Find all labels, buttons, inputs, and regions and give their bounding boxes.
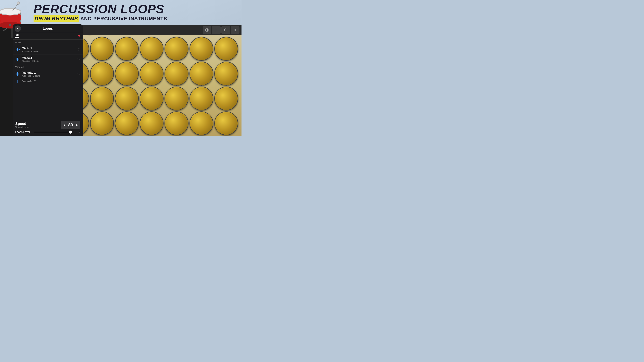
- loop-name-vanerao2: Vanerão 2: [22, 80, 80, 83]
- drum-pad[interactable]: [115, 111, 139, 135]
- tab-all[interactable]: All: [15, 34, 18, 38]
- loop-name-vanerao1: Vanerão 1: [22, 71, 75, 74]
- loops-modal: Loops All ♥ Waltz Waltz 1 Class: [12, 24, 83, 136]
- waveform-icon-waltz2: [15, 57, 20, 62]
- waveform-icon-vanerao2: [15, 79, 20, 84]
- loop-info-waltz2: Waltz 2 Classics - 3 beats: [22, 56, 75, 62]
- bpm-value: 80: [67, 122, 74, 128]
- drum-pad[interactable]: [90, 62, 114, 85]
- drum-pad[interactable]: [190, 111, 213, 135]
- drum-pad[interactable]: [140, 111, 164, 135]
- loop-list: Waltz Waltz 1 Classics - 3 beats ♡: [12, 39, 83, 119]
- header-area: PERCUSSION LOOPS DRUM RHYTHMS AND PERCUS…: [0, 0, 242, 23]
- svg-point-13: [17, 2, 20, 4]
- loop-name-waltz2: Waltz 2: [22, 56, 75, 59]
- svg-rect-8: [0, 20, 0, 22]
- drum-pad[interactable]: [214, 111, 238, 135]
- drum-pad[interactable]: [90, 87, 114, 110]
- bpm-decrease-button[interactable]: ◀: [63, 123, 65, 126]
- svg-rect-11: [9, 24, 12, 26]
- svg-rect-9: [20, 20, 21, 22]
- loop-heart-waltz1[interactable]: ♡: [77, 48, 80, 52]
- subtitle-rest: AND PERCUSSIVE INSTRUMENTS: [79, 16, 167, 21]
- main-title: PERCUSSION LOOPS: [34, 3, 232, 15]
- favorites-icon[interactable]: ♥: [78, 34, 80, 38]
- slider-thumb[interactable]: [69, 131, 72, 134]
- subtitle: DRUM RHYTHMS AND PERCUSSIVE INSTRUMENTS: [34, 16, 232, 21]
- drum-pad[interactable]: [190, 62, 213, 85]
- section-vanerao: Vanerão: [12, 64, 83, 69]
- bpm-control: ◀ 80 ▶: [61, 121, 80, 129]
- loop-item-waltz2[interactable]: Waltz 2 Classics - 3 beats ♡: [12, 54, 83, 64]
- loop-name-waltz1: Waltz 1: [22, 46, 75, 50]
- modal-tabs: All ♥: [12, 32, 83, 39]
- svg-rect-23: [227, 30, 228, 31]
- drum-pad[interactable]: [164, 87, 188, 110]
- drum-pad[interactable]: [164, 111, 188, 135]
- drum-pad[interactable]: [214, 87, 238, 110]
- loop-desc-waltz2: Classics - 3 beats: [22, 60, 75, 62]
- loops-level-label: Loops Level: [15, 131, 32, 134]
- modal-title: Loops: [43, 27, 53, 30]
- drum-pad[interactable]: [90, 37, 114, 61]
- svg-point-24: [234, 29, 236, 30]
- bottom-controls: Speed Tempo in bpm ◀ 80 ▶ Loops Level ⫶: [12, 119, 83, 136]
- headphone-button[interactable]: [221, 26, 230, 34]
- waveform-icon-vanerao1: [15, 71, 20, 77]
- speed-row: Speed Tempo in bpm ◀ 80 ▶: [15, 121, 80, 129]
- bpm-increase-button[interactable]: ▶: [76, 123, 78, 126]
- loop-info-vanerao2: Vanerão 2: [22, 80, 80, 83]
- auto-button[interactable]: [202, 26, 211, 34]
- back-button[interactable]: [14, 25, 21, 32]
- drum-pad[interactable]: [140, 62, 164, 85]
- loop-info-waltz1: Waltz 1 Classics - 3 beats: [22, 46, 75, 53]
- mixer-button[interactable]: [212, 26, 221, 34]
- drum-pad[interactable]: [190, 37, 213, 61]
- loop-desc-waltz1: Classics - 3 beats: [22, 50, 75, 53]
- loops-level-row: Loops Level ⫶: [15, 130, 80, 134]
- drum-pad[interactable]: [115, 37, 139, 61]
- drum-pad[interactable]: [214, 37, 238, 61]
- loop-item-vanerao2-partial: Vanerão 2: [12, 79, 83, 84]
- modal-header: Loops: [12, 24, 83, 32]
- drum-pad[interactable]: [140, 87, 164, 110]
- subtitle-highlight: DRUM RHYTHMS: [34, 15, 79, 22]
- loop-item-waltz1[interactable]: Waltz 1 Classics - 3 beats ♡: [12, 45, 83, 54]
- svg-rect-22: [224, 30, 225, 31]
- svg-point-19: [216, 29, 216, 29]
- drum-pad[interactable]: [164, 37, 188, 61]
- settings-button[interactable]: [231, 26, 240, 34]
- drum-pad[interactable]: [190, 87, 213, 110]
- drum-pad[interactable]: [140, 37, 164, 61]
- level-slider[interactable]: [34, 132, 77, 132]
- section-waltz: Waltz: [12, 39, 83, 45]
- drum-pad[interactable]: [90, 111, 114, 135]
- drum-pad[interactable]: [214, 62, 238, 85]
- level-slider-container[interactable]: [34, 132, 77, 132]
- drum-pad[interactable]: [115, 62, 139, 85]
- loop-item-vanerao1[interactable]: Vanerão 1 Gaúchos - 2 beats ♡: [12, 69, 83, 79]
- equalizer-icon[interactable]: ⫶: [79, 130, 80, 134]
- loop-info-vanerao1: Vanerão 1 Gaúchos - 2 beats: [22, 71, 75, 77]
- loop-heart-waltz2[interactable]: ♡: [77, 57, 80, 61]
- svg-point-21: [216, 31, 216, 31]
- drum-pad[interactable]: [164, 62, 188, 85]
- speed-label-group: Speed Tempo in bpm: [15, 121, 29, 128]
- speed-label: Speed: [15, 121, 29, 126]
- waveform-icon: [15, 47, 20, 52]
- drum-pad[interactable]: [115, 87, 139, 110]
- loop-desc-vanerao1: Gaúchos - 2 beats: [22, 75, 75, 77]
- loop-heart-vanerao1[interactable]: ♡: [77, 72, 80, 76]
- svg-point-20: [216, 30, 217, 30]
- speed-sublabel: Tempo in bpm: [15, 126, 29, 128]
